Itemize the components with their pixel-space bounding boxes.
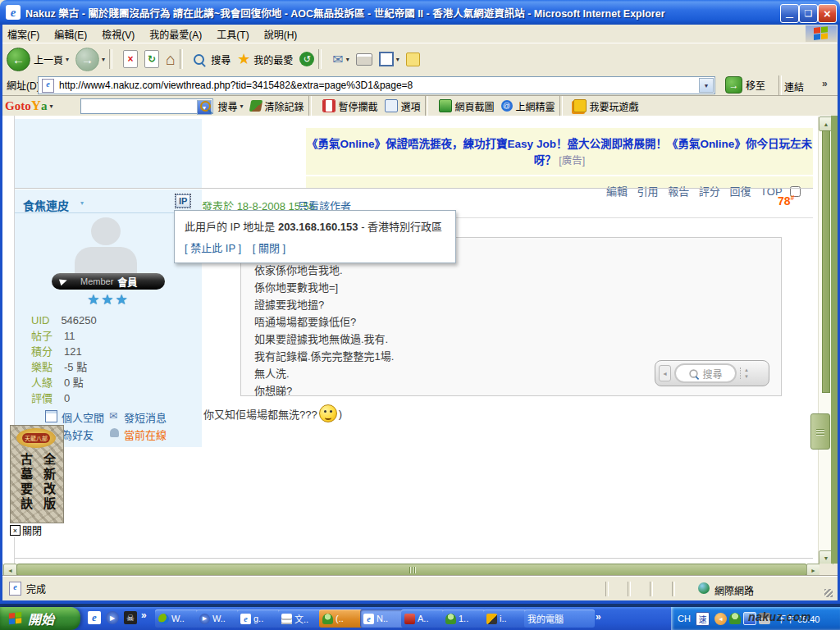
profile-space-link[interactable]: 個人空間 [62,409,104,425]
stat-row: 積分121 [31,344,97,359]
address-dropdown-icon[interactable]: ▼ [699,78,714,93]
address-input-wrap[interactable]: e ▼ [38,76,715,94]
smiley-emoticon [319,404,337,422]
author-username[interactable]: 食焦連皮 [23,197,69,213]
menu-edit[interactable]: 編輯(E) [47,25,94,43]
menu-help[interactable]: 說明(H) [257,25,305,43]
badge-label-en: Member [80,276,113,286]
task-button-document[interactable]: 文.. [278,609,322,628]
floating-ad[interactable]: 天龍八部 古墓要訣 全新改版 [10,425,64,523]
messenger-note-icon [406,52,420,66]
edit-dropdown-icon[interactable]: ▾ [396,56,399,63]
task-button-messenger[interactable]: W.. [155,609,199,628]
gotoya-search-input[interactable] [81,99,198,112]
username-dropdown-icon[interactable]: ▾ [80,199,84,207]
task-button-ie-g[interactable]: eg.. [237,609,281,628]
widget-prev-icon[interactable]: ◄ [659,365,671,381]
widget-search-field[interactable]: 搜尋 [674,363,737,383]
resize-grip[interactable] [824,589,833,597]
start-button[interactable]: 開始 [0,607,80,630]
ad-close-x-icon: × [10,525,21,536]
ad-banner[interactable]: 《勇氣Online》保證唔洗捱夜，練功打寶Easy Job！盛大公測即將展開！《… [306,128,813,167]
menu-file[interactable]: 檔案(F) [0,25,47,43]
quicklaunch-overflow-chevron[interactable]: » [141,609,147,621]
quicklaunch-mediaplayer-icon[interactable]: ▶ [106,611,119,624]
go-button[interactable]: → 移至 [725,76,765,94]
widget-up-icon[interactable]: ▲ [744,368,749,372]
vertical-scroll-thumb[interactable] [810,413,830,450]
gotoya-pause-button[interactable]: 暫停攔截 [322,99,378,113]
menu-tools[interactable]: 工具(T) [209,25,256,43]
close-button[interactable]: × [818,4,837,23]
forward-dropdown-icon[interactable]: ▾ [102,56,105,63]
ime-indicator[interactable]: 速 [696,612,710,626]
task-button-app-red[interactable]: A.. [401,609,445,628]
print-button[interactable] [356,53,372,66]
stat-value: 0 [64,392,70,404]
close-tooltip-link[interactable]: [ 關閉 ] [253,242,285,254]
horizontal-scroll-thumb[interactable] [16,564,807,576]
floating-search-widget[interactable]: ◄ 搜尋 ▲▼ [655,360,769,386]
gotoya-options-button[interactable]: 選項 [385,99,421,113]
history-button[interactable]: ↺ [299,52,314,66]
send-message-link[interactable]: 發短消息 [124,409,167,425]
task-button-active-chat[interactable]: (.. [319,609,363,628]
vertical-scrollbar[interactable]: ▲ ▼ [818,116,832,564]
home-button[interactable]: ⌂ [166,50,176,69]
thumb-grip [816,429,824,430]
badge-label-zh: 會員 [117,275,137,289]
menu-favorites[interactable]: 我的最愛(A) [142,25,209,43]
wizard-icon: @ [501,100,513,112]
gotoya-capture-button[interactable]: 網頁截圖 [439,99,495,113]
maximize-button[interactable]: ❏ [799,4,818,23]
language-indicator[interactable]: CH [678,614,691,623]
ip-button[interactable]: IP [176,194,190,208]
back-dropdown-icon[interactable]: ▾ [66,56,69,63]
mail-dropdown-icon[interactable]: ▾ [346,56,349,63]
add-friend-link[interactable]: 為好友 [62,427,94,442]
avatar [91,217,121,245]
mail-button[interactable]: ✉ ▾ [332,52,349,67]
task-button-ie-nakuz[interactable]: eN.. [360,609,404,628]
post-number[interactable]: 78# [778,194,795,208]
gotoya-wizard-button[interactable]: @ 上網精靈 [501,99,555,113]
tray-user-icon[interactable] [729,613,741,624]
taskbar-overflow-chevron[interactable]: » [596,611,601,623]
gotoya-games-button[interactable]: 我要玩遊戲 [573,99,639,113]
task-button-user[interactable]: 1.. [442,609,486,628]
forward-button[interactable]: → ▾ [75,48,105,71]
task-button-mycomputer[interactable]: 我的電腦 [524,609,595,628]
back-button[interactable]: ← 上一頁 ▾ [7,48,69,71]
search-button[interactable]: 搜尋 [194,52,231,66]
widget-down-icon[interactable]: ▼ [744,374,749,379]
edit-button[interactable]: ▾ [379,52,399,66]
tray-collapse-chevron-icon[interactable]: ◄ [714,613,727,625]
ban-ip-link[interactable]: [ 禁止此 IP ] [185,242,241,254]
minimize-button[interactable]: — [780,4,799,23]
favorites-button[interactable]: ★ 我的最愛 [237,50,293,68]
widget-spinner[interactable]: ▲▼ [740,368,749,379]
menu-view[interactable]: 檢視(V) [94,25,142,43]
gotoya-logo-dropdown-icon[interactable]: ▾ [49,103,52,110]
quote-line: 依家係你地告我地. [254,262,768,279]
refresh-button[interactable]: ↻ [144,50,159,68]
gotoya-search-dropdown-icon[interactable]: ▾ [240,103,243,110]
messenger-button[interactable] [406,52,420,66]
horizontal-scrollbar[interactable]: ◄ ► [2,564,833,575]
address-input[interactable] [57,79,684,92]
gotoya-logo[interactable]: GotoYa [5,98,47,114]
gotoya-search-button[interactable]: 搜尋 ▾ [200,99,243,113]
stop-button[interactable]: × [123,50,138,68]
gotoya-clear-button[interactable]: 清除記錄 [250,99,304,113]
task-button-editor[interactable]: i.. [483,609,527,628]
quicklaunch-game-icon[interactable]: ☠ [124,611,137,624]
gotoya-separator [425,96,428,116]
ad-close-button[interactable]: × 關閉 [10,523,42,537]
quicklaunch-ie-icon[interactable]: e [88,611,101,624]
post-text: 你又知佢場場都無洗??? [203,406,317,422]
links-label[interactable]: 連結 [784,80,804,94]
inner-scrollbar-strip[interactable] [822,130,830,393]
gotoya-search-box[interactable]: ▼ [80,98,213,114]
links-chevron-icon[interactable]: » [822,78,828,89]
task-button-mediaplayer[interactable]: ▶W.. [196,609,240,628]
